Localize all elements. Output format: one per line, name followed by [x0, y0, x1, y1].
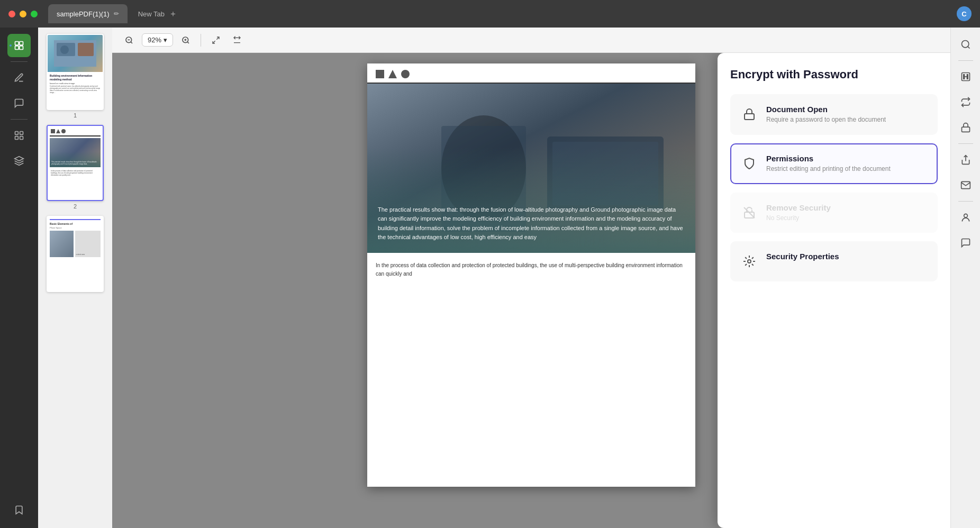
- shape-square: [376, 70, 384, 78]
- svg-line-21: [213, 41, 215, 43]
- pdf-page: The practical results show that: through…: [367, 63, 695, 487]
- pdf-viewer: 92% ▾: [112, 28, 950, 528]
- svg-rect-7: [20, 136, 23, 140]
- close-button[interactable]: [8, 11, 15, 17]
- sidebar-right: [950, 28, 980, 528]
- new-tab-plus-icon[interactable]: ＋: [169, 8, 177, 20]
- thumb-container-1: Building environment Information modelin…: [42, 34, 108, 119]
- thumb-label-1: 1: [74, 112, 77, 119]
- toolbar-divider: [201, 34, 201, 47]
- sidebar-left: [0, 28, 38, 528]
- thumb-label-2: 2: [74, 203, 77, 210]
- right-icon-email[interactable]: [955, 175, 976, 196]
- fullscreen-button[interactable]: [31, 11, 38, 17]
- thumb3-title: Basic Elements of: [50, 222, 101, 225]
- svg-rect-0: [15, 42, 19, 45]
- avatar-initial: C: [961, 10, 966, 18]
- tab-new-label: New Tab: [138, 10, 165, 18]
- remove-security-desc: No Security: [766, 214, 928, 223]
- encrypt-option-security-properties[interactable]: Security Properties: [730, 241, 938, 281]
- tab-area: samplePDF(1)(1) ✏ New Tab ＋: [48, 4, 957, 24]
- sidebar-item-thumbnails[interactable]: [7, 34, 31, 57]
- thumb2-content: The practical results show that: through…: [48, 126, 103, 180]
- svg-point-33: [961, 41, 968, 48]
- sidebar-divider-2: [11, 119, 28, 120]
- right-icon-ocr[interactable]: [955, 66, 976, 87]
- remove-security-icon: [740, 203, 759, 222]
- shape-triangle: [388, 70, 397, 78]
- svg-rect-6: [15, 136, 19, 140]
- main-area: Building environment Information modelin…: [0, 28, 980, 528]
- minimize-button[interactable]: [20, 11, 26, 17]
- viewer-toolbar: 92% ▾: [112, 28, 950, 53]
- zoom-in-button[interactable]: [177, 32, 194, 49]
- svg-rect-29: [745, 114, 754, 120]
- encrypt-panel: Encrypt with Password Document Open Requ…: [718, 53, 950, 528]
- svg-line-17: [187, 42, 189, 43]
- permissions-desc: Restrict editing and printing of the doc…: [766, 165, 928, 174]
- svg-rect-1: [20, 42, 23, 45]
- svg-rect-5: [20, 132, 23, 135]
- tab-new[interactable]: New Tab ＋: [128, 4, 188, 24]
- sidebar-divider-1: [11, 61, 28, 62]
- sidebar-item-bookmark[interactable]: [7, 498, 31, 522]
- right-icon-search[interactable]: [955, 34, 976, 55]
- encrypt-option-permissions[interactable]: Permissions Restrict editing and printin…: [730, 143, 938, 184]
- right-icon-lock[interactable]: [955, 117, 976, 138]
- page-overlay-text: The practical results show that: through…: [378, 205, 685, 242]
- tab-active[interactable]: samplePDF(1)(1) ✏: [48, 4, 128, 23]
- document-open-text: Document Open Require a password to open…: [766, 105, 928, 124]
- svg-point-12: [60, 45, 69, 54]
- page-main-image: The practical results show that: through…: [367, 84, 695, 253]
- security-properties-text: Security Properties: [766, 252, 928, 262]
- active-indicator: [10, 44, 12, 47]
- thumb-page-2-inner: The practical results show that: through…: [48, 126, 103, 200]
- thumbnail-panel: Building environment Information modelin…: [38, 28, 112, 528]
- svg-point-39: [964, 214, 967, 217]
- zoom-out-button[interactable]: [121, 32, 138, 49]
- thumbnail-page-1[interactable]: Building environment Information modelin…: [47, 34, 104, 110]
- thumb-container-3: Basic Elements of Plane Space content ar…: [42, 216, 108, 294]
- encrypt-option-document-open[interactable]: Document Open Require a password to open…: [730, 94, 938, 135]
- tab-active-label: samplePDF(1)(1): [57, 10, 110, 18]
- svg-point-32: [748, 260, 751, 263]
- right-divider-2: [958, 143, 973, 144]
- right-divider-1: [958, 60, 973, 61]
- fit-page-button[interactable]: [207, 32, 224, 49]
- permissions-title: Permissions: [766, 154, 928, 163]
- sidebar-item-annotate[interactable]: [7, 66, 31, 89]
- sidebar-item-layers[interactable]: [7, 149, 31, 172]
- security-properties-icon: [740, 252, 759, 271]
- permissions-text: Permissions Restrict editing and printin…: [766, 154, 928, 174]
- right-divider-3: [958, 201, 973, 202]
- remove-security-text: Remove Security No Security: [766, 203, 928, 223]
- svg-rect-2: [15, 46, 19, 50]
- edit-icon[interactable]: ✏: [114, 10, 119, 17]
- svg-marker-8: [15, 157, 24, 161]
- right-icon-stamp[interactable]: [955, 207, 976, 228]
- thumbnail-page-2[interactable]: The practical results show that: through…: [47, 125, 104, 201]
- titlebar: samplePDF(1)(1) ✏ New Tab ＋ C: [0, 0, 980, 28]
- permissions-icon: [740, 154, 759, 173]
- security-properties-title: Security Properties: [766, 252, 928, 261]
- right-icon-convert[interactable]: [955, 92, 976, 113]
- pdf-content-area: The practical results show that: through…: [112, 53, 950, 528]
- sidebar-item-comment[interactable]: [7, 92, 31, 115]
- svg-line-20: [216, 37, 219, 40]
- page-bottom-text: In the process of data collection and pr…: [367, 253, 695, 287]
- document-open-desc: Require a password to open the document: [766, 115, 928, 124]
- right-icon-comment[interactable]: [955, 232, 976, 253]
- avatar[interactable]: C: [957, 6, 972, 21]
- thumbnail-page-3[interactable]: Basic Elements of Plane Space content ar…: [47, 216, 104, 292]
- fit-width-button[interactable]: [229, 32, 246, 49]
- document-open-icon: [740, 105, 759, 124]
- svg-rect-3: [20, 46, 23, 50]
- page-top-bar: [367, 63, 695, 84]
- zoom-display[interactable]: 92% ▾: [142, 33, 173, 47]
- right-icon-share[interactable]: [955, 149, 976, 170]
- sidebar-item-organize[interactable]: [7, 124, 31, 147]
- svg-line-34: [967, 47, 969, 49]
- thumb3-subtitle: Plane Space: [50, 226, 101, 229]
- shape-circle: [401, 70, 410, 78]
- thumb3-content: Basic Elements of Plane Space content ar…: [48, 217, 103, 259]
